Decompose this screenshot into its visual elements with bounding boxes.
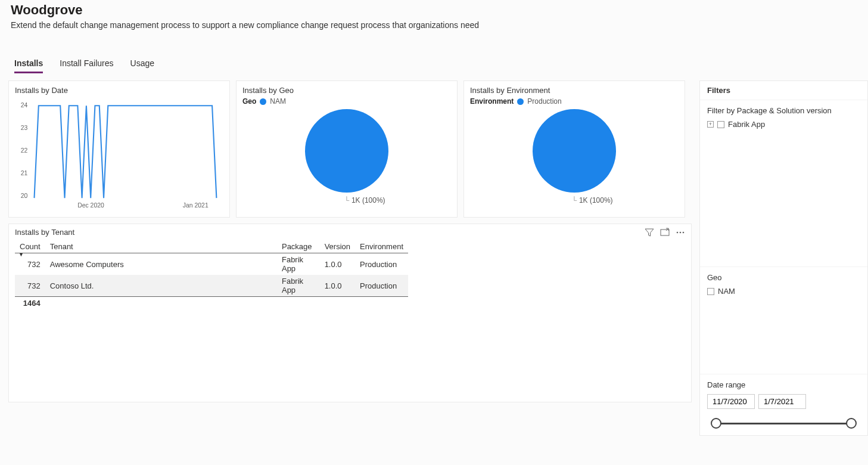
- tree-item-label: Fabrik App: [728, 120, 765, 129]
- date-to-input[interactable]: [758, 394, 806, 409]
- tab-usage[interactable]: Usage: [130, 58, 154, 73]
- geo-item-label: NAM: [718, 287, 735, 296]
- y-tick-24: 24: [21, 102, 28, 108]
- expand-icon[interactable]: +: [707, 121, 714, 128]
- filters-panel: Filters Filter by Package & Solution ver…: [699, 80, 868, 436]
- y-tick-21: 21: [21, 170, 28, 176]
- col-environment[interactable]: Environment: [355, 240, 408, 253]
- pie-caption-text: 1K (100%): [579, 196, 613, 204]
- card-title: Installs by Geo: [242, 86, 451, 95]
- cell-count: 732: [15, 275, 45, 297]
- cell-total: 1464: [15, 297, 45, 310]
- svg-point-1: [677, 232, 679, 234]
- slider-thumb-end[interactable]: [846, 418, 857, 429]
- line-series: [35, 106, 217, 198]
- legend-dot-icon: [517, 98, 524, 105]
- date-slider[interactable]: [713, 417, 854, 429]
- table-total-row: 1464: [15, 297, 408, 310]
- cell-package: Fabrik App: [277, 275, 320, 297]
- pie-chart[interactable]: [305, 109, 388, 193]
- filter-icon[interactable]: [645, 228, 654, 237]
- cell-package: Fabrik App: [277, 253, 320, 275]
- pie-caption-text: 1K (100%): [351, 196, 385, 204]
- svg-point-3: [683, 232, 685, 234]
- card-installs-by-geo: Installs by Geo Geo NAM └ 1K (100%): [236, 80, 458, 218]
- filter-section-geo: Geo NAM: [700, 267, 867, 374]
- focus-mode-icon[interactable]: [660, 228, 670, 237]
- slider-thumb-start[interactable]: [711, 418, 721, 429]
- tabs-bar: Installs Install Failures Usage: [0, 58, 868, 73]
- date-from-input[interactable]: [707, 394, 755, 409]
- filter-title: Geo: [707, 273, 860, 282]
- tab-installs[interactable]: Installs: [14, 58, 43, 73]
- tab-install-failures[interactable]: Install Failures: [60, 58, 113, 73]
- cell-version: 1.0.0: [320, 275, 355, 297]
- card-title: Installs by Tenant: [15, 228, 685, 237]
- pie-chart[interactable]: [533, 109, 616, 193]
- cell-environment: Production: [355, 253, 408, 275]
- page-title: Woodgrove: [11, 2, 857, 18]
- caption-tick-icon: └: [571, 196, 577, 204]
- x-tick-jan: Jan 2021: [183, 202, 209, 209]
- pie-caption: └ 1K (100%): [571, 196, 612, 204]
- col-version[interactable]: Version: [320, 240, 355, 253]
- slider-track: [713, 423, 854, 424]
- caption-tick-icon: └: [344, 196, 349, 204]
- col-package[interactable]: Package: [277, 240, 320, 253]
- sort-desc-icon: ▼: [18, 252, 24, 258]
- filter-title: Date range: [707, 380, 860, 389]
- legend-dot-icon: [260, 98, 266, 105]
- geo-item-nam[interactable]: NAM: [707, 287, 860, 296]
- checkbox[interactable]: [707, 288, 714, 295]
- pie-caption: └ 1K (100%): [344, 196, 385, 204]
- line-chart[interactable]: 24 23 22 21 20 Dec 2020 Jan 2021: [15, 97, 223, 210]
- card-installs-by-date: Installs by Date 24 23 22 21 20 Dec 2020…: [8, 80, 230, 218]
- cell-version: 1.0.0: [320, 253, 355, 275]
- filter-title: Filter by Package & Solution version: [707, 106, 860, 115]
- table-row[interactable]: 732 Awesome Computers Fabrik App 1.0.0 P…: [15, 253, 408, 275]
- filters-title: Filters: [700, 81, 867, 100]
- cell-tenant: Contoso Ltd.: [45, 275, 277, 297]
- svg-rect-0: [661, 230, 669, 235]
- legend-label: Geo: [242, 97, 256, 106]
- card-title: Installs by Environment: [470, 86, 679, 95]
- svg-point-2: [680, 232, 682, 234]
- card-installs-by-tenant: Installs by Tenant Count▼ Tenant Package…: [8, 224, 692, 402]
- legend-label: Environment: [470, 97, 514, 106]
- page-subtitle: Extend the default change management pro…: [11, 20, 857, 30]
- tree-item-fabrik-app[interactable]: + Fabrik App: [707, 120, 860, 129]
- y-tick-20: 20: [21, 193, 28, 199]
- y-tick-22: 22: [21, 147, 28, 154]
- card-title: Installs by Date: [15, 86, 223, 95]
- cell-tenant: Awesome Computers: [45, 253, 277, 275]
- y-tick-23: 23: [21, 125, 28, 131]
- tenant-table: Count▼ Tenant Package Version Environmen…: [15, 240, 408, 309]
- x-tick-dec: Dec 2020: [77, 202, 104, 209]
- legend-value: NAM: [270, 97, 286, 106]
- col-tenant[interactable]: Tenant: [45, 240, 277, 253]
- checkbox[interactable]: [717, 121, 724, 128]
- col-count[interactable]: Count▼: [15, 240, 45, 253]
- cell-environment: Production: [355, 275, 408, 297]
- filter-section-package: Filter by Package & Solution version + F…: [700, 100, 867, 267]
- filter-section-date-range: Date range: [700, 374, 867, 435]
- card-installs-by-env: Installs by Environment Environment Prod…: [463, 80, 685, 218]
- legend-value: Production: [527, 97, 561, 106]
- more-options-icon[interactable]: [676, 228, 685, 237]
- table-row[interactable]: 732 Contoso Ltd. Fabrik App 1.0.0 Produc…: [15, 275, 408, 297]
